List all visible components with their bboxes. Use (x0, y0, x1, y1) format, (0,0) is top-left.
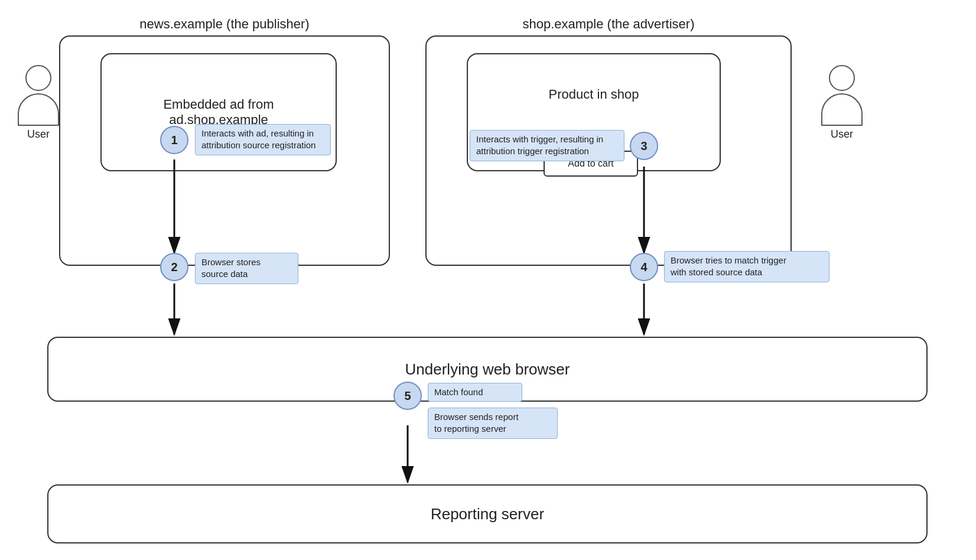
step-1-circle: 1 (160, 126, 188, 154)
step-4-circle: 4 (630, 253, 658, 281)
publisher-title: news.example (the publisher) (59, 17, 390, 32)
step-5-circle: 5 (393, 382, 422, 410)
diagram: Embedded ad from ad.shop.example Product… (0, 0, 976, 560)
step-3-circle: 3 (630, 132, 658, 160)
step-3-label: Interacts with trigger, resulting in att… (470, 130, 624, 161)
user-left-label: User (27, 128, 50, 141)
step-5-label-bottom: Browser sends report to reporting server (428, 408, 558, 439)
user-right: User (821, 65, 863, 141)
advertiser-title: shop.example (the advertiser) (425, 17, 792, 32)
advertiser-inner-text: Product in shop (467, 53, 721, 136)
reporting-label: Reporting server (47, 484, 928, 543)
step-5-label-top: Match found (428, 383, 522, 402)
user-right-label: User (831, 128, 853, 141)
step-2-circle: 2 (160, 253, 188, 281)
step-2-label: Browser stores source data (195, 253, 298, 284)
user-right-head (829, 65, 855, 91)
user-left-body (18, 93, 59, 126)
step-4-label: Browser tries to match trigger with stor… (664, 251, 829, 282)
user-left-head (25, 65, 51, 91)
user-right-body (821, 93, 863, 126)
step-1-label: Interacts with ad, resulting in attribut… (195, 124, 331, 155)
user-left: User (18, 65, 59, 141)
